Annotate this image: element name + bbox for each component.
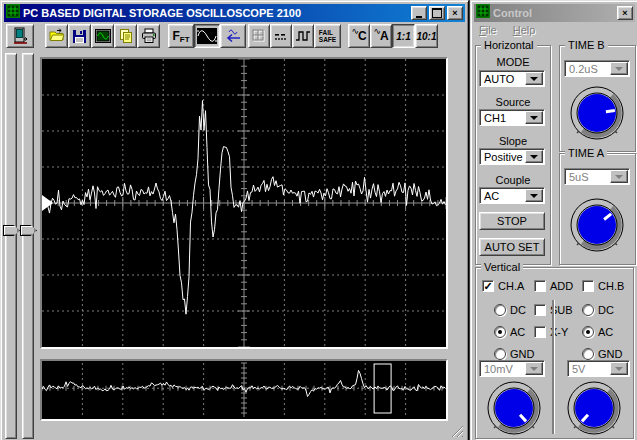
ch-b-gnd-radio[interactable]: GND xyxy=(582,348,622,360)
exit-button[interactable] xyxy=(6,24,34,48)
radio-circle[interactable] xyxy=(582,304,594,316)
ch-a-dc-radio[interactable]: DC xyxy=(494,304,526,316)
probe-10-1-button[interactable]: 10:1 xyxy=(415,24,438,48)
radio-circle[interactable] xyxy=(494,348,506,360)
square-wave-button[interactable] xyxy=(292,24,314,48)
failsafe-label-line2: SAFE xyxy=(319,36,336,43)
dotted-trace-button[interactable] xyxy=(270,24,292,48)
maximize-button[interactable] xyxy=(429,6,445,20)
time-b-knob[interactable] xyxy=(570,86,624,140)
sine-wave-icon xyxy=(197,28,217,44)
control-window-title: Control xyxy=(493,7,614,19)
app-icon xyxy=(6,4,20,22)
scope-display[interactable] xyxy=(40,57,448,349)
time-a-group-label: TIME A xyxy=(565,147,607,160)
ch-b-ac-radio[interactable]: AC xyxy=(582,326,613,338)
position-slider-thumb-1[interactable] xyxy=(3,225,20,236)
close-icon: × xyxy=(622,8,627,18)
time-a-knob[interactable] xyxy=(570,198,624,252)
ch-b-knob[interactable] xyxy=(567,381,621,435)
chevron-down-icon xyxy=(610,62,628,75)
scope-screen-icon xyxy=(95,29,111,43)
time-a-select: 5uS xyxy=(564,168,630,185)
position-slider-track-1[interactable] xyxy=(5,53,17,439)
checkbox-box[interactable] xyxy=(582,280,594,292)
control-titlebar[interactable]: Control × xyxy=(474,4,635,22)
calibrate-a-button[interactable]: ∿A xyxy=(370,24,392,48)
calibrate-c-button[interactable]: ∿C xyxy=(348,24,370,48)
ch-b-scale-select: 5V xyxy=(567,360,630,377)
slope-select[interactable]: Positive xyxy=(479,148,545,165)
channel-divider xyxy=(552,300,555,434)
tilde-icon: ∿ xyxy=(373,26,381,36)
overview-display[interactable] xyxy=(40,359,448,421)
ch-a-knob[interactable] xyxy=(487,381,541,435)
open-button[interactable] xyxy=(45,24,68,48)
minimize-button[interactable] xyxy=(411,6,427,20)
checkbox-box[interactable] xyxy=(534,326,546,338)
source-label: Source xyxy=(476,96,550,108)
chevron-down-icon xyxy=(610,362,628,375)
dotted-line-icon xyxy=(273,28,289,44)
wave-left-arrow-icon xyxy=(224,28,242,44)
capture-screen-button[interactable] xyxy=(91,24,114,48)
radio-circle[interactable] xyxy=(494,326,506,338)
vertical-group-label: Vertical xyxy=(481,261,523,274)
ch-b-checkbox[interactable]: CH.B xyxy=(582,280,624,292)
close-button[interactable]: × xyxy=(447,6,463,20)
control-close-button[interactable]: × xyxy=(617,6,633,20)
source-select[interactable]: CH1 xyxy=(479,109,545,126)
position-slider-track-2[interactable] xyxy=(22,53,34,439)
mode-select[interactable]: AUTO xyxy=(479,70,545,87)
radio-circle[interactable] xyxy=(494,304,506,316)
ch-a-checkbox[interactable]: ✓ CH.A xyxy=(482,280,524,292)
failsafe-label-line1: FAIL xyxy=(319,29,333,36)
auto-set-button[interactable]: AUTO SET xyxy=(479,238,545,256)
resize-grip[interactable] xyxy=(450,424,464,438)
print-button[interactable] xyxy=(137,24,160,48)
radio-circle[interactable] xyxy=(582,348,594,360)
checkbox-box[interactable] xyxy=(534,304,546,316)
save-button[interactable] xyxy=(68,24,91,48)
waveform-display-button[interactable] xyxy=(194,24,220,48)
window-title: PC BASED DIGITAL STORAGE OSCILLOSCOPE 21… xyxy=(23,7,408,19)
square-wave-icon xyxy=(295,28,311,44)
ch-a-ac-radio[interactable]: AC xyxy=(494,326,525,338)
grid-toggle-button xyxy=(248,24,270,48)
time-b-select: 0.2uS xyxy=(564,60,630,77)
time-a-group: TIME A 5uS xyxy=(559,153,636,265)
position-slider-thumb-2[interactable] xyxy=(20,225,37,236)
radio-circle[interactable] xyxy=(582,326,594,338)
checkbox-box[interactable] xyxy=(534,280,546,292)
couple-select[interactable]: AC xyxy=(479,187,545,204)
time-b-group: TIME B 0.2uS xyxy=(559,45,636,152)
trigger-marker[interactable] xyxy=(42,195,53,211)
oscilloscope-window: PC BASED DIGITAL STORAGE OSCILLOSCOPE 21… xyxy=(0,0,469,440)
ch-a-scale-select: 10mV xyxy=(479,360,545,377)
chevron-down-icon xyxy=(610,170,628,183)
checkbox-box[interactable]: ✓ xyxy=(482,280,494,292)
roll-mode-button[interactable] xyxy=(220,24,246,48)
menu-file: File xyxy=(479,24,497,38)
fft-button[interactable]: FFT xyxy=(168,24,194,48)
probe-1-1-button[interactable]: 1:1 xyxy=(392,24,415,48)
failsafe-button[interactable]: FAILSAFE xyxy=(314,24,341,48)
chevron-down-icon[interactable] xyxy=(525,111,543,124)
ch-b-dc-radio[interactable]: DC xyxy=(582,304,614,316)
control-app-icon xyxy=(476,4,490,22)
chevron-down-icon[interactable] xyxy=(525,189,543,202)
couple-label: Couple xyxy=(476,174,550,186)
chevron-down-icon[interactable] xyxy=(525,72,543,85)
add-checkbox[interactable]: ADD xyxy=(534,280,573,292)
vertical-group: Vertical ✓ CH.A ADD CH.B DC AC GND SUB xyxy=(475,267,634,439)
chevron-down-icon[interactable] xyxy=(525,150,543,163)
tilde-icon: ∿ xyxy=(351,26,359,36)
main-titlebar[interactable]: PC BASED DIGITAL STORAGE OSCILLOSCOPE 21… xyxy=(4,4,465,22)
mode-label: MODE xyxy=(476,56,550,68)
ch-a-gnd-radio[interactable]: GND xyxy=(494,348,534,360)
exit-door-icon xyxy=(12,27,29,45)
fft-label: F xyxy=(172,29,179,43)
chevron-down-icon xyxy=(525,362,543,375)
copy-button[interactable] xyxy=(114,24,137,48)
stop-button[interactable]: STOP xyxy=(479,212,545,230)
